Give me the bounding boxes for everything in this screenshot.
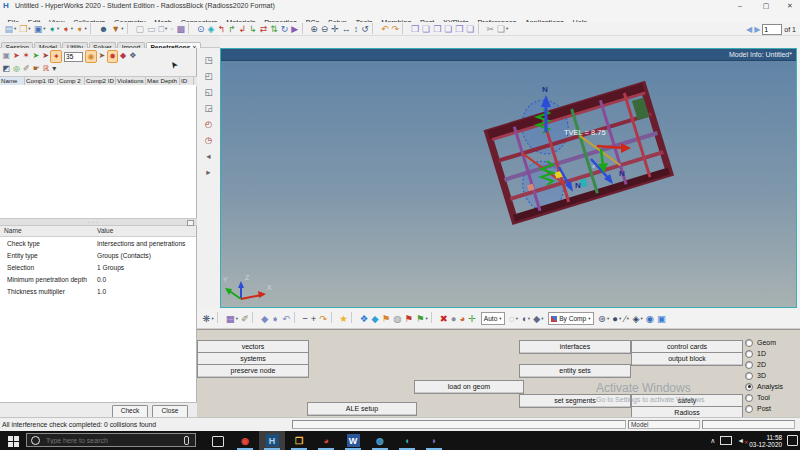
isolate-icon[interactable]: ◉ bbox=[85, 50, 97, 63]
view-front-icon[interactable]: ⇄ bbox=[258, 23, 269, 35]
entity-selector-icon[interactable]: ▣ bbox=[1, 50, 12, 61]
rotate-ccw-icon[interactable]: ◴ bbox=[205, 118, 212, 129]
check-penetration-icon[interactable]: ➤ bbox=[12, 50, 22, 61]
taskbar-app-app-teal[interactable]: ◖ bbox=[394, 431, 420, 450]
radio-circle-icon[interactable] bbox=[745, 405, 753, 413]
view-bottom-icon[interactable]: ↳ bbox=[248, 23, 259, 35]
taskbar-app-app-swirl[interactable]: ◗ bbox=[421, 431, 447, 450]
zoom-out-icon[interactable]: ⊖ bbox=[319, 23, 330, 35]
entity-editor-icon[interactable]: ▩ bbox=[175, 23, 187, 35]
results-col-violations[interactable]: Violations bbox=[116, 77, 146, 85]
settings-icon[interactable]: ❖ bbox=[128, 50, 138, 61]
close-button[interactable]: ✕ bbox=[782, 0, 798, 11]
sphere-orange-icon[interactable]: ◕ bbox=[458, 312, 467, 326]
task-view-icon[interactable] bbox=[212, 436, 224, 447]
export-file-icon[interactable]: ➧▾ bbox=[61, 23, 75, 35]
page-next-icon[interactable]: ▶ bbox=[754, 25, 760, 34]
next-view-icon[interactable]: ▸ bbox=[206, 166, 210, 177]
view-iso-icon[interactable]: ↻ bbox=[279, 23, 290, 35]
page-number-input[interactable] bbox=[762, 24, 782, 35]
highlight-failed-icon[interactable]: ✦ bbox=[50, 50, 62, 63]
view-right-icon[interactable]: ↱ bbox=[226, 23, 237, 35]
redo-icon[interactable]: ↷ bbox=[390, 23, 401, 35]
favorites-icon[interactable]: ★ bbox=[338, 312, 350, 326]
model-browser-icon[interactable]: ▦▾ bbox=[224, 312, 239, 326]
rotate-cw-icon[interactable]: ◷ bbox=[205, 134, 212, 145]
load-file-icon[interactable]: ➧▾ bbox=[75, 23, 89, 35]
refresh-results-icon[interactable]: ◎ bbox=[12, 64, 22, 75]
radio-analysis[interactable]: Analysis bbox=[745, 383, 783, 390]
zoom-select-icon[interactable]: ⊙ bbox=[195, 23, 206, 35]
radio-post[interactable]: Post bbox=[745, 405, 783, 412]
car-body-model[interactable] bbox=[487, 83, 670, 221]
taskbar-app-chrome[interactable]: ◉ bbox=[232, 431, 258, 450]
tolerance-input[interactable] bbox=[64, 52, 83, 62]
window-layout-2-icon[interactable]: ❏ bbox=[421, 23, 432, 35]
radio-2d[interactable]: 2D bbox=[745, 361, 783, 368]
network-icon[interactable] bbox=[720, 436, 732, 445]
global-axes-icon[interactable]: ✛ bbox=[467, 312, 478, 326]
organize-icon[interactable]: ▼▾ bbox=[110, 23, 125, 35]
auto-select-combo[interactable]: Auto ▾ bbox=[481, 312, 505, 325]
sphere-gray-icon[interactable]: ● bbox=[449, 312, 458, 326]
results-table-body[interactable] bbox=[0, 85, 196, 218]
output-block-button[interactable]: output block bbox=[631, 352, 743, 366]
property-value[interactable]: 1.0 bbox=[90, 288, 106, 295]
import-file-icon[interactable]: ➧▾ bbox=[47, 23, 61, 35]
increase-icon[interactable]: + bbox=[309, 312, 318, 326]
radio-tool[interactable]: Tool bbox=[745, 394, 783, 401]
taskbar-app-hyperworks[interactable]: H bbox=[259, 431, 285, 450]
edit-tool-icon[interactable]: ✐ bbox=[22, 64, 32, 75]
view-top-icon[interactable]: ↲ bbox=[237, 23, 248, 35]
recheck-icon[interactable]: ➤ bbox=[41, 50, 51, 61]
results-col-max-depth[interactable]: Max Depth bbox=[146, 77, 180, 85]
window-layout-5-icon[interactable]: ❒ bbox=[454, 23, 465, 35]
view-left-icon[interactable]: ↰ bbox=[216, 23, 227, 35]
preserve-node-button[interactable]: preserve node bbox=[197, 364, 309, 378]
flag-green-icon[interactable]: ⚑▾ bbox=[415, 312, 430, 326]
model-canvas[interactable]: N N N x TVEL = 8.75 Y Z X bbox=[221, 61, 796, 307]
depth-display-icon[interactable]: ◆ bbox=[118, 50, 127, 61]
show-elements-icon[interactable]: ◆ bbox=[370, 312, 380, 326]
speaker-muted-icon[interactable]: ◄✕ bbox=[737, 437, 744, 444]
taskbar-app-word[interactable]: W bbox=[340, 431, 366, 450]
zoom-in-icon[interactable]: ⊕ bbox=[309, 23, 320, 35]
show-spheres-icon[interactable]: ◍ bbox=[392, 312, 403, 326]
cut-icon[interactable]: ✂ bbox=[485, 23, 496, 35]
revert-icon[interactable]: ↶ bbox=[281, 312, 292, 326]
property-value[interactable]: Intersections and penetrations bbox=[90, 240, 185, 247]
feature-lines-icon[interactable]: ◈▾ bbox=[631, 312, 645, 326]
show-adjacent-icon[interactable]: ➤ bbox=[97, 50, 107, 61]
check-both-icon[interactable]: ➤ bbox=[31, 50, 41, 61]
redo-step-icon[interactable]: ↷ bbox=[318, 312, 329, 326]
attach-icon[interactable]: ✐ bbox=[239, 312, 250, 326]
load-on-geom-button[interactable]: load on geom bbox=[414, 380, 524, 394]
iso-view-icon[interactable]: ◳ bbox=[204, 54, 212, 65]
shaded-sphere-icon[interactable]: ●▾ bbox=[611, 312, 623, 326]
copy-icon[interactable]: ❏▾ bbox=[495, 23, 509, 35]
open-file-icon[interactable]: ❒▾ bbox=[18, 23, 32, 35]
radio-circle-icon[interactable] bbox=[745, 383, 753, 391]
clear-mark-icon[interactable]: □▾ bbox=[157, 23, 169, 35]
taskbar-app-app-blue-sphere[interactable]: ◍ bbox=[367, 431, 393, 450]
select-window-icon[interactable]: ▭ bbox=[146, 23, 158, 35]
ale-setup-button[interactable]: ALE setup bbox=[307, 402, 417, 416]
pan-hand-icon[interactable]: ☛ bbox=[31, 64, 41, 75]
more-options-icon[interactable]: ▾ bbox=[51, 64, 58, 75]
tray-expand-icon[interactable]: ∧ bbox=[710, 437, 715, 445]
element-edges-icon[interactable]: ∕▾ bbox=[623, 312, 631, 326]
save-file-icon[interactable]: ▣▾ bbox=[32, 23, 47, 35]
select-entities-icon[interactable]: ▢ bbox=[134, 23, 146, 35]
results-col-comp2-id[interactable]: Comp2 ID bbox=[85, 77, 116, 85]
search-input[interactable] bbox=[44, 436, 184, 445]
radio-circle-icon[interactable] bbox=[745, 339, 753, 347]
radio-circle-icon[interactable] bbox=[745, 361, 753, 369]
mask-icon[interactable]: ❋▾ bbox=[201, 312, 215, 326]
pointer-mode-icon[interactable]: ◩ bbox=[1, 64, 12, 75]
fix-penetration-icon[interactable]: ✹ bbox=[107, 50, 119, 63]
arrows-vertical-icon[interactable]: ↕ bbox=[352, 23, 360, 35]
check-intersection-icon[interactable]: ✶ bbox=[21, 50, 31, 61]
panel-splitter[interactable]: · · · bbox=[0, 218, 197, 226]
view-rear-icon[interactable]: ⇅ bbox=[269, 23, 280, 35]
new-file-icon[interactable]: ▤▾ bbox=[3, 23, 18, 35]
